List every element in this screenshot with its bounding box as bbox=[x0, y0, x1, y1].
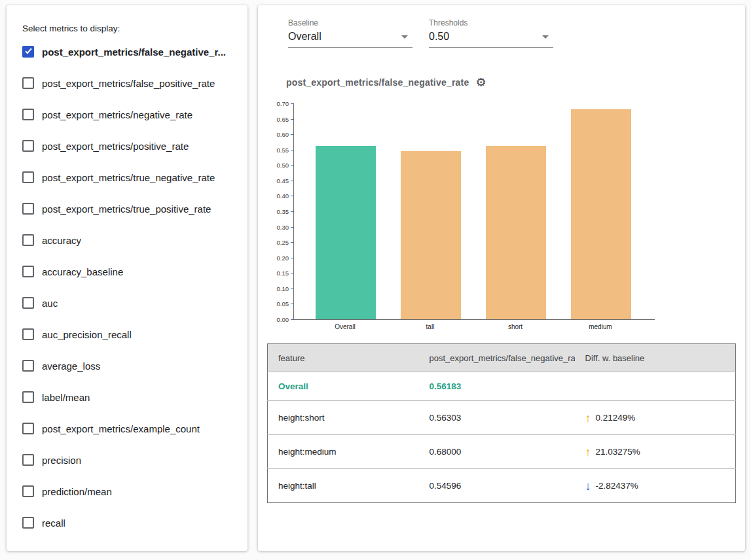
metric-label: label/mean bbox=[42, 392, 90, 403]
metric-item[interactable]: precision bbox=[7, 444, 247, 476]
bar-Overall bbox=[316, 146, 376, 319]
checkbox-unchecked-icon[interactable] bbox=[22, 140, 34, 152]
metric-label: recall bbox=[42, 517, 65, 529]
metric-item[interactable]: post_export_metrics/true_negative_rate bbox=[7, 162, 247, 193]
checkbox-unchecked-icon[interactable] bbox=[22, 391, 34, 403]
metric-selection-panel: Select metrics to display: post_export_m… bbox=[7, 5, 247, 551]
metric-item[interactable]: accuracy_baseline bbox=[7, 256, 247, 287]
metric-label: post_export_metrics/negative_rate bbox=[42, 109, 192, 120]
metric-item[interactable]: average_loss bbox=[7, 350, 247, 381]
checkbox-unchecked-icon[interactable] bbox=[22, 109, 34, 120]
checkbox-unchecked-icon[interactable] bbox=[22, 297, 34, 309]
bar-medium bbox=[571, 109, 631, 319]
metric-item[interactable]: accuracy bbox=[7, 224, 247, 256]
cell-metric-value: 0.54596 bbox=[419, 469, 575, 503]
diff-indicator: ↑0.21249% bbox=[585, 412, 729, 424]
checkbox-unchecked-icon[interactable] bbox=[22, 360, 34, 372]
tick-mark bbox=[291, 227, 294, 228]
metrics-table-body: Overall0.56183height:short0.56303↑0.2124… bbox=[268, 372, 736, 503]
metric-item[interactable]: post_export_metrics/positive_rate bbox=[7, 130, 247, 162]
cell-diff-baseline bbox=[575, 372, 736, 401]
metric-item[interactable]: post_export_metrics/negative_rate bbox=[7, 99, 247, 130]
tick-mark bbox=[291, 273, 294, 273]
settings-gear-icon[interactable]: ⚙ bbox=[475, 77, 486, 88]
cell-metric-value: 0.56303 bbox=[419, 401, 575, 435]
metric-item[interactable]: auc bbox=[7, 287, 247, 319]
diff-value: -2.82437% bbox=[596, 481, 638, 491]
tick-mark bbox=[291, 304, 294, 304]
arrow-down-icon: ↓ bbox=[585, 480, 591, 492]
cell-metric-value: 0.68000 bbox=[419, 435, 575, 469]
table-row: Overall0.56183 bbox=[268, 372, 736, 401]
metric-item[interactable]: post_export_metrics/false_negative_r... bbox=[7, 36, 247, 67]
tick-mark bbox=[291, 103, 294, 104]
x-axis-label: short bbox=[485, 323, 545, 330]
bars bbox=[294, 104, 655, 319]
tick-mark bbox=[291, 319, 294, 320]
checkbox-unchecked-icon[interactable] bbox=[22, 234, 34, 246]
table-row: height:short0.56303↑0.21249% bbox=[268, 401, 736, 435]
x-axis-label: tall bbox=[400, 323, 460, 330]
y-tick-label: 0.20 bbox=[277, 254, 289, 262]
y-tick-label: 0.10 bbox=[277, 285, 289, 292]
metric-item[interactable]: auc_precision_recall bbox=[7, 319, 247, 350]
metric-label: post_export_metrics/example_count bbox=[42, 423, 200, 434]
metric-label: accuracy_baseline bbox=[42, 266, 123, 277]
y-tick-label: 0.50 bbox=[277, 162, 289, 169]
checkbox-unchecked-icon[interactable] bbox=[22, 171, 34, 183]
controls-bar: Baseline Overall Thresholds 0.50 bbox=[288, 18, 745, 48]
y-tick-label: 0.35 bbox=[277, 208, 289, 215]
header-metric-value: post_export_metrics/false_negative_rat..… bbox=[419, 344, 575, 372]
tick-mark bbox=[291, 211, 294, 212]
checkbox-unchecked-icon[interactable] bbox=[22, 423, 34, 434]
chevron-down-icon bbox=[542, 35, 549, 39]
bar-chart: 0.000.050.100.150.200.250.300.350.400.45… bbox=[293, 104, 745, 330]
cell-feature: Overall bbox=[268, 372, 419, 401]
metric-item[interactable]: post_export_metrics/true_positive_rate bbox=[7, 193, 247, 224]
bar-short bbox=[486, 146, 546, 319]
visualization-panel: Baseline Overall Thresholds 0.50 post_ex… bbox=[258, 5, 745, 551]
metric-label: auc bbox=[42, 298, 58, 309]
metric-label: post_export_metrics/true_positive_rate bbox=[42, 203, 211, 215]
y-tick-label: 0.60 bbox=[277, 131, 289, 138]
cell-metric-value: 0.56183 bbox=[419, 372, 575, 401]
thresholds-dropdown[interactable]: Thresholds 0.50 bbox=[429, 18, 553, 48]
metric-item[interactable]: label/mean bbox=[7, 381, 247, 413]
metric-item[interactable]: recall bbox=[7, 507, 247, 538]
metric-label: average_loss bbox=[42, 360, 100, 372]
metric-label: post_export_metrics/false_positive_rate bbox=[42, 78, 215, 89]
table-row: height:medium0.68000↑21.03275% bbox=[268, 435, 736, 469]
checkbox-unchecked-icon[interactable] bbox=[22, 517, 34, 529]
metric-label: accuracy bbox=[42, 235, 81, 246]
y-tick-label: 0.45 bbox=[277, 177, 289, 184]
checkbox-unchecked-icon[interactable] bbox=[22, 328, 34, 340]
cell-feature: height:medium bbox=[268, 435, 419, 469]
panel-title: Select metrics to display: bbox=[22, 24, 247, 33]
checkbox-checked-icon[interactable] bbox=[22, 46, 34, 58]
checkbox-unchecked-icon[interactable] bbox=[22, 203, 34, 215]
checkbox-unchecked-icon[interactable] bbox=[22, 454, 34, 466]
checkbox-unchecked-icon[interactable] bbox=[22, 77, 34, 89]
checkbox-unchecked-icon[interactable] bbox=[22, 266, 34, 277]
arrow-up-icon: ↑ bbox=[585, 412, 591, 424]
metric-label: precision bbox=[42, 455, 81, 466]
cell-feature: height:tall bbox=[268, 469, 419, 503]
metric-item[interactable]: post_export_metrics/example_count bbox=[7, 413, 247, 444]
tick-mark bbox=[291, 242, 294, 243]
bar-tall bbox=[401, 151, 461, 319]
tick-mark bbox=[291, 134, 294, 135]
baseline-select[interactable]: Overall bbox=[288, 29, 412, 48]
baseline-dropdown[interactable]: Baseline Overall bbox=[288, 18, 412, 48]
metric-item[interactable]: prediction/mean bbox=[7, 476, 247, 507]
thresholds-select[interactable]: 0.50 bbox=[429, 29, 553, 48]
y-tick-label: 0.25 bbox=[277, 239, 289, 246]
cell-feature: height:short bbox=[268, 401, 419, 435]
cell-diff-baseline: ↓-2.82437% bbox=[575, 469, 736, 503]
y-tick-label: 0.65 bbox=[277, 116, 289, 123]
metric-item[interactable]: post_export_metrics/false_positive_rate bbox=[7, 67, 247, 99]
arrow-up-icon: ↑ bbox=[585, 446, 591, 458]
checkbox-unchecked-icon[interactable] bbox=[22, 485, 34, 497]
tick-mark bbox=[291, 119, 294, 120]
tick-mark bbox=[291, 181, 294, 181]
y-tick-label: 0.30 bbox=[277, 224, 289, 231]
